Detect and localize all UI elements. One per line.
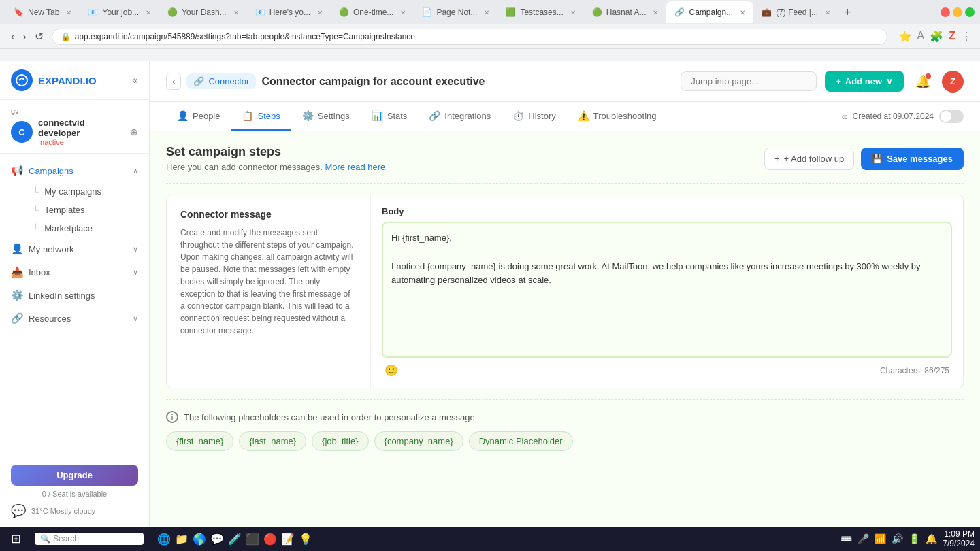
settings-icon: ⚙️	[11, 289, 23, 301]
search-icon: 🔍	[40, 534, 50, 544]
logo-icon	[11, 69, 33, 91]
save-messages-button[interactable]: 💾 Save messages	[861, 148, 964, 170]
tab-one-time[interactable]: 🟢 One-time... ✕	[331, 1, 414, 23]
tab-close-icon[interactable]: ✕	[740, 9, 745, 16]
user-avatar-top[interactable]: Z	[942, 71, 964, 93]
history-icon: ⏱️	[512, 110, 524, 121]
maximize-window-button[interactable]	[965, 7, 975, 17]
profile-icon[interactable]: A	[917, 30, 925, 43]
back-browser-button[interactable]: ‹	[8, 29, 17, 44]
tab-testcases[interactable]: 🟩 Testcases... ✕	[497, 1, 583, 23]
placeholder-last-name[interactable]: {last_name}	[239, 431, 306, 451]
tab-your-dash[interactable]: 🟢 Your Dash... ✕	[159, 1, 247, 23]
emoji-picker-icon[interactable]: 🙂	[385, 364, 398, 377]
start-button[interactable]: ⊞	[5, 529, 27, 549]
tab-close-icon[interactable]: ✕	[484, 9, 489, 16]
tab-history[interactable]: ⏱️ History	[502, 102, 566, 131]
placeholder-tags: {first_name} {last_name} {job_title} {co…	[166, 431, 964, 451]
more-read-link[interactable]: More read here	[325, 162, 385, 172]
back-button[interactable]: ‹	[166, 73, 181, 90]
tab-close-icon[interactable]: ✕	[400, 9, 406, 16]
placeholders-section: i The following placeholders can be used…	[150, 400, 980, 465]
taskbar-code-icon[interactable]: 💡	[299, 533, 312, 546]
sidebar-collapse-button[interactable]: «	[132, 74, 138, 86]
user-id: gv	[11, 107, 138, 115]
tab-close-icon[interactable]: ✕	[233, 9, 239, 16]
taskbar-chrome-icon[interactable]: 🌎	[193, 533, 206, 546]
tab-close-icon[interactable]: ✕	[66, 9, 71, 16]
message-textarea[interactable]: Hi {first_name}, I noticed {company_name…	[382, 222, 952, 358]
user-profile-icon[interactable]: Z	[949, 30, 956, 43]
upgrade-button[interactable]: Upgrade	[11, 465, 138, 486]
extensions-icon[interactable]: ⭐	[898, 30, 912, 43]
notification-button[interactable]: 🔔	[912, 71, 934, 93]
add-follow-button[interactable]: + + Add follow up	[764, 148, 854, 170]
sidebar-item-inbox[interactable]: 📥 Inbox ∨	[0, 261, 149, 284]
refresh-browser-button[interactable]: ↺	[32, 29, 46, 44]
inbox-icon: 📥	[11, 266, 23, 278]
tab-heres-yo[interactable]: 📧 Here's yo... ✕	[247, 1, 331, 23]
tab-integrations[interactable]: 🔗 Integrations	[418, 102, 502, 131]
taskbar-terminal-icon[interactable]: ⬛	[246, 533, 259, 546]
sidebar-item-my-network[interactable]: 👤 My network ∨	[0, 237, 149, 261]
tab-close-icon[interactable]: ✕	[570, 9, 576, 16]
more-options-icon[interactable]: ⋮	[961, 30, 972, 43]
tab-your-job[interactable]: 📧 Your job... ✕	[80, 1, 159, 23]
tab-close-icon[interactable]: ✕	[825, 9, 830, 16]
placeholder-dynamic[interactable]: Dynamic Placeholder	[469, 431, 573, 451]
placeholder-job-title[interactable]: {job_title}	[312, 431, 369, 451]
tab-hasnat[interactable]: 🟢 Hasnat A... ✕	[584, 1, 667, 23]
taskbar-search[interactable]: 🔍 Search	[35, 533, 144, 545]
user-status: Inactive	[38, 138, 125, 146]
tab-new-tab[interactable]: 🔖 New Tab ✕	[5, 1, 80, 23]
new-tab-button[interactable]: +	[838, 5, 857, 20]
sidebar-item-campaigns[interactable]: 📢 Campaigns ∧	[0, 159, 149, 182]
taskbar-chat-icon[interactable]: 💬	[210, 533, 224, 546]
tab-settings-label: Settings	[318, 111, 350, 121]
collapse-icon[interactable]: «	[842, 111, 847, 122]
sidebar-item-linkedin-settings[interactable]: ⚙️ LinkedIn settings	[0, 284, 149, 307]
connector-message-info: Connector message Create and modify the …	[167, 195, 371, 388]
sidebar-item-my-campaigns[interactable]: My campaigns	[22, 182, 149, 201]
taskbar-keyboard-icon: ⌨️	[840, 533, 852, 544]
tab-close-icon[interactable]: ✕	[653, 9, 658, 16]
tab-stats[interactable]: 📊 Stats	[361, 102, 419, 131]
chevron-up-icon: ∧	[133, 167, 138, 176]
url-bar[interactable]: 🔒 app.expandi.io/campaign/545889/setting…	[52, 29, 887, 45]
tab-settings[interactable]: ⚙️ Settings	[291, 102, 361, 131]
add-new-button[interactable]: + Add new ∨	[825, 71, 904, 92]
taskbar-notes-icon[interactable]: 📝	[281, 533, 295, 546]
tab-label: (7) Feed |...	[776, 7, 818, 17]
placeholder-first-name[interactable]: {first_name}	[166, 431, 233, 451]
tab-history-label: History	[528, 111, 555, 121]
sidebar-item-templates[interactable]: Templates	[22, 201, 149, 219]
sidebar-item-marketplace[interactable]: Marketplace	[22, 219, 149, 237]
tab-page-not[interactable]: 📄 Page Not... ✕	[414, 1, 497, 23]
taskbar-browser-icon[interactable]: 🌐	[157, 533, 171, 546]
tab-people[interactable]: 👤 People	[166, 102, 231, 131]
taskbar-red-icon[interactable]: 🔴	[263, 533, 277, 546]
logo-text: EXPANDI.IO	[38, 75, 97, 86]
tab-linkedin[interactable]: 💼 (7) Feed |... ✕	[753, 1, 838, 23]
jump-input[interactable]	[681, 71, 817, 91]
sidebar-footer: Upgrade 0 / Seat is available 💬 31°C Mos…	[0, 456, 149, 527]
minimize-window-button[interactable]	[953, 7, 962, 17]
taskbar-test-icon[interactable]: 🧪	[228, 533, 242, 546]
tab-favicon: 🔖	[14, 7, 24, 17]
tab-campaign[interactable]: 🔗 Campaign... ✕	[666, 1, 753, 23]
close-window-button[interactable]	[941, 7, 950, 17]
taskbar-notification-icon[interactable]: 🔔	[926, 533, 937, 544]
tab-favicon: 🟢	[167, 7, 178, 17]
tab-bar: 🔖 New Tab ✕ 📧 Your job... ✕ 🟢 Your Dash.…	[0, 0, 980, 24]
tab-close-icon[interactable]: ✕	[317, 9, 323, 16]
taskbar-folder-icon[interactable]: 📁	[175, 533, 189, 546]
campaign-toggle[interactable]	[939, 110, 964, 123]
forward-browser-button[interactable]: ›	[20, 29, 29, 44]
sidebar-item-resources[interactable]: 🔗 Resources ∨	[0, 307, 149, 330]
tab-troubleshooting[interactable]: ⚠️ Troubleshooting	[567, 102, 668, 131]
placeholder-company-name[interactable]: {company_name}	[374, 431, 463, 451]
tab-steps[interactable]: 📋 Steps	[231, 102, 291, 131]
tab-close-icon[interactable]: ✕	[146, 9, 151, 16]
extension-puzzle-icon[interactable]: 🧩	[930, 30, 943, 43]
chat-support-icon[interactable]: 💬	[11, 503, 26, 518]
